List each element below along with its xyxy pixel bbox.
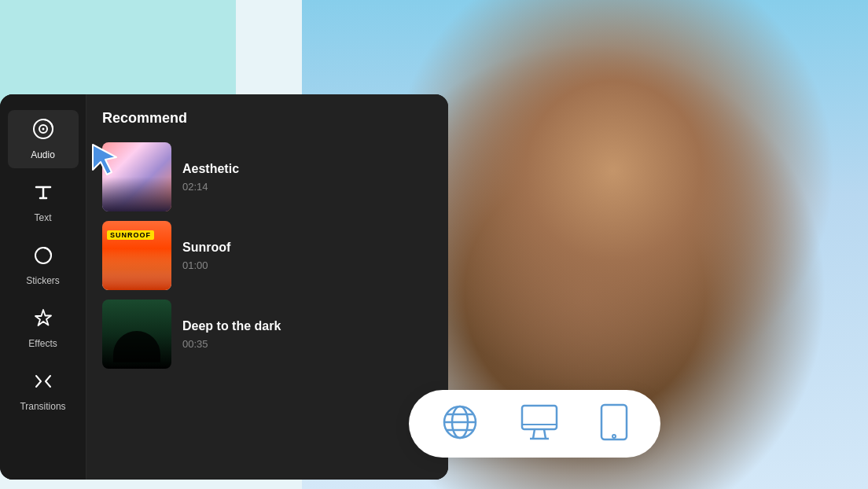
sidebar: Audio Text Stickers xyxy=(0,94,86,480)
sidebar-item-stickers[interactable]: Stickers xyxy=(8,237,79,294)
sunroof-text: SUNROOF xyxy=(107,230,154,240)
music-info-aesthetic: Aesthetic 02:14 xyxy=(182,162,239,193)
svg-rect-9 xyxy=(522,406,557,429)
music-duration-sunroof: 01:00 xyxy=(182,259,230,271)
effects-label: Effects xyxy=(28,338,57,349)
music-name-deep: Deep to the dark xyxy=(182,319,281,333)
music-item-deep[interactable]: Deep to the dark 00:35 xyxy=(102,300,432,369)
editor-panel: Audio Text Stickers xyxy=(0,94,448,480)
silhouette xyxy=(113,331,160,362)
music-item-sunroof[interactable]: SUNROOF Sunroof 01:00 xyxy=(102,221,432,290)
svg-line-11 xyxy=(544,429,546,439)
device-bar xyxy=(409,390,660,458)
stickers-label: Stickers xyxy=(26,275,60,286)
sidebar-item-effects[interactable]: Effects xyxy=(8,300,79,357)
music-name-aesthetic: Aesthetic xyxy=(182,162,239,176)
music-info-deep: Deep to the dark 00:35 xyxy=(182,319,281,350)
content-area: Recommend Aesthetic 02:14 SUNROOF xyxy=(86,94,448,480)
music-thumb-deep xyxy=(102,300,171,369)
music-list: Aesthetic 02:14 SUNROOF Sunroof 01:00 xyxy=(102,142,432,369)
tablet-icon[interactable] xyxy=(599,403,629,445)
globe-icon[interactable] xyxy=(440,403,480,445)
music-info-sunroof: Sunroof 01:00 xyxy=(182,241,230,271)
music-duration-aesthetic: 02:14 xyxy=(182,181,239,193)
transitions-icon xyxy=(33,371,53,396)
svg-line-10 xyxy=(533,429,535,439)
monitor-icon[interactable] xyxy=(519,403,560,445)
music-thumb-sunroof: SUNROOF xyxy=(102,221,171,290)
sidebar-item-text[interactable]: Text xyxy=(8,175,79,231)
music-name-sunroof: Sunroof xyxy=(182,241,230,255)
svg-point-2 xyxy=(42,128,44,131)
audio-icon xyxy=(32,118,54,145)
audio-label: Audio xyxy=(31,149,55,160)
music-item-aesthetic[interactable]: Aesthetic 02:14 xyxy=(102,142,432,211)
text-icon xyxy=(33,182,53,208)
text-label: Text xyxy=(34,212,51,223)
transitions-label: Transitions xyxy=(20,401,65,412)
sidebar-item-audio[interactable]: Audio xyxy=(8,110,79,168)
music-duration-deep: 00:35 xyxy=(182,338,281,350)
section-title: Recommend xyxy=(102,110,432,127)
sidebar-item-transitions[interactable]: Transitions xyxy=(8,363,79,420)
effects-icon xyxy=(33,308,53,333)
svg-point-15 xyxy=(612,435,616,438)
stickers-icon xyxy=(33,245,53,270)
